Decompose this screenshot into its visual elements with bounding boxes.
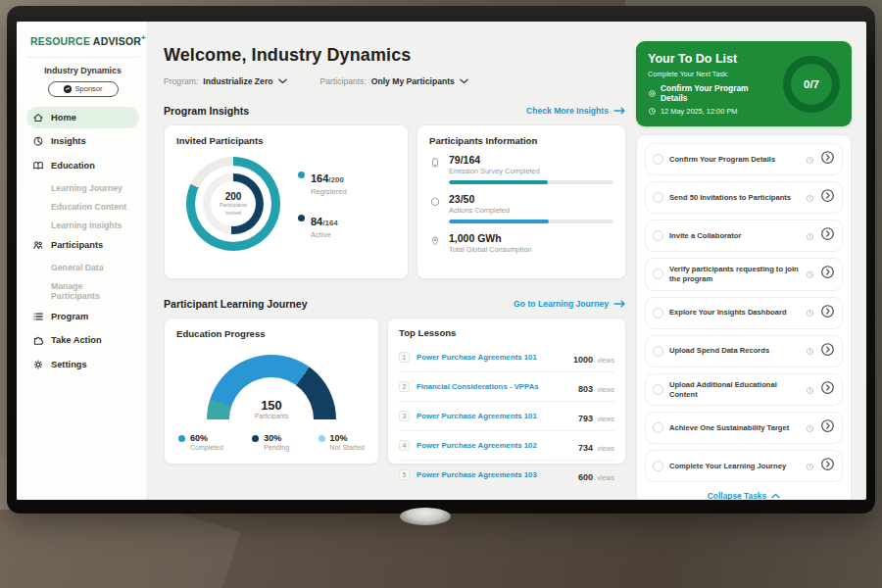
learning-cards-row: Education Progress 150 Participants 60%C… <box>164 318 626 465</box>
legend-dot-navy <box>252 435 259 442</box>
task-timer-icon <box>806 458 814 475</box>
insights-cards-row: Invited Participants 200 ParticipantsInv… <box>164 124 626 279</box>
task-checkbox[interactable] <box>653 308 663 318</box>
chevron-down-icon[interactable] <box>460 76 468 86</box>
filter-bar: Program: Industrialize Zero Participants… <box>164 76 626 86</box>
todo-task-send-invitations[interactable]: Send 50 Invitations to Participants <box>645 181 843 214</box>
task-timer-icon <box>806 381 814 399</box>
program-filter-label: Program: <box>164 76 198 86</box>
invited-participants-title: Invited Participants <box>176 135 396 146</box>
sponsor-icon <box>64 85 72 93</box>
todo-task-achieve-target[interactable]: Achieve One Sustainability Target <box>645 412 843 444</box>
lesson-link[interactable]: Financial Considerations - VPPAs <box>416 382 571 391</box>
lesson-views: 734 views <box>578 437 614 455</box>
task-checkbox[interactable] <box>653 269 663 279</box>
participants-information-title: Participants Information <box>429 135 613 146</box>
task-checkbox[interactable] <box>653 154 663 165</box>
task-checkbox[interactable] <box>653 192 663 203</box>
task-timer-icon <box>806 266 814 283</box>
sponsor-badge[interactable]: Sponsor <box>48 81 119 97</box>
task-chevron-button[interactable] <box>820 342 835 361</box>
task-chevron-button[interactable] <box>820 188 835 207</box>
task-checkbox[interactable] <box>653 346 663 357</box>
task-label: Achieve One Sustainability Target <box>669 423 800 433</box>
task-chevron-button[interactable] <box>820 380 835 399</box>
todo-due-date: 12 May 2025, 12:00 PM <box>648 107 775 116</box>
task-checkbox[interactable] <box>653 422 663 433</box>
sidebar-item-settings[interactable]: Settings <box>26 354 139 375</box>
todo-next-task-label: Confirm Your Program Details <box>661 83 775 103</box>
task-checkbox[interactable] <box>653 230 663 241</box>
sidebar-item-learning-journey[interactable]: Learning Journey <box>26 178 139 197</box>
legend-value: 84 <box>311 216 322 227</box>
sidebar-item-insights[interactable]: Insights <box>26 130 139 152</box>
check-more-insights-link[interactable]: Check More Insights <box>526 106 626 116</box>
info-rows: 79/164 Emission Survey Completed 23/50 A… <box>429 154 613 254</box>
lesson-rank: 1 <box>399 352 410 363</box>
link-label: Check More Insights <box>526 106 609 116</box>
program-filter[interactable]: Program: Industrialize Zero <box>164 76 287 86</box>
sidebar-item-education-content[interactable]: Education Content <box>26 197 139 216</box>
task-chevron-button[interactable] <box>820 226 835 245</box>
invited-donut-chart: 200 ParticipantsInvited <box>186 157 280 251</box>
sidebar-item-participants[interactable]: Participants <box>26 234 139 256</box>
todo-task-verify-participants[interactable]: Verify participants requesting to join t… <box>645 258 843 291</box>
task-checkbox[interactable] <box>653 384 663 395</box>
chevron-down-icon[interactable] <box>278 76 287 86</box>
todo-task-complete-learning-journey[interactable]: Complete Your Learning Journey <box>645 450 843 482</box>
sidebar-item-take-action[interactable]: Take Action <box>26 329 139 351</box>
task-chevron-button[interactable] <box>820 418 835 437</box>
collapse-tasks-link[interactable]: Collapse Tasks <box>645 488 843 500</box>
task-checkbox[interactable] <box>653 461 663 471</box>
legend-completed: 60%Completed <box>178 433 223 451</box>
lesson-link[interactable]: Power Purchase Agreements 103 <box>416 470 571 479</box>
todo-task-explore-insights[interactable]: Explore Your Insights Dashboard <box>645 297 843 329</box>
participants-information-card: Participants Information 79/164 Emission… <box>416 124 626 279</box>
todo-hero-card: Your To Do List Complete Your Next Task:… <box>636 41 852 126</box>
sidebar-item-label: Home <box>51 113 76 122</box>
program-insights-title: Program Insights <box>164 105 249 117</box>
lesson-link[interactable]: Power Purchase Agreements 102 <box>416 441 571 450</box>
progress-fill <box>449 180 548 184</box>
collapse-tasks-label: Collapse Tasks <box>708 491 766 500</box>
sidebar-item-label: Take Action <box>51 335 102 345</box>
sidebar-item-label: Insights <box>51 136 86 146</box>
sidebar-item-education[interactable]: Education <box>26 155 139 176</box>
sidebar-item-label: Program <box>51 312 88 321</box>
sidebar-item-manage-participants[interactable]: Manage Participants <box>26 277 139 306</box>
info-label: Emission Survey Completed <box>449 167 613 175</box>
todo-next-task[interactable]: Confirm Your Program Details <box>648 83 775 103</box>
legend-registered: 164/200 Registered <box>298 169 347 196</box>
task-label: Invite a Collaborator <box>669 231 800 241</box>
progress-fill <box>449 220 549 223</box>
sidebar-item-home[interactable]: Home <box>26 107 139 128</box>
pin-icon <box>429 232 445 254</box>
info-value: 1,000 GWh <box>449 232 613 244</box>
participants-filter-value: Only My Participants <box>371 76 455 86</box>
donut-legend: 164/200 Registered 84/164 Active <box>298 169 347 239</box>
todo-task-upload-spend-data[interactable]: Upload Spend Data Records <box>645 335 843 368</box>
go-to-learning-journey-link[interactable]: Go to Learning Journey <box>514 299 626 309</box>
task-chevron-button[interactable] <box>820 265 835 283</box>
education-book-icon <box>32 160 44 172</box>
app-logo[interactable]: RESOURCE ADVISOR+ <box>26 33 139 47</box>
todo-task-invite-collaborator[interactable]: Invite a Collaborator <box>645 220 843 252</box>
sidebar-item-general-data[interactable]: General Data <box>26 259 139 277</box>
logo-plus: + <box>141 33 146 42</box>
participants-filter[interactable]: Participants: Only My Participants <box>320 76 468 86</box>
donut-center-value: 200 <box>225 191 242 202</box>
lesson-link[interactable]: Power Purchase Agreements 101 <box>416 353 566 362</box>
sidebar-item-program[interactable]: Program <box>26 306 139 327</box>
task-chevron-button[interactable] <box>820 150 835 169</box>
sidebar-item-learning-insights[interactable]: Learning Insights <box>26 216 139 234</box>
gauge-legend: 60%Completed 30%Pending 10%Not Started <box>176 433 367 451</box>
task-chevron-button[interactable] <box>820 457 835 475</box>
task-label: Verify participants requesting to join t… <box>669 265 800 284</box>
lesson-link[interactable]: Power Purchase Agreements 101 <box>416 412 571 420</box>
todo-task-confirm-details[interactable]: Confirm Your Program Details <box>645 143 843 175</box>
task-chevron-button[interactable] <box>820 304 835 322</box>
todo-task-upload-educational-content[interactable]: Upload Additional Educational Content <box>645 373 843 407</box>
gauge-center: 150 Participants <box>207 398 336 419</box>
take-action-puzzle-icon <box>32 334 44 346</box>
todo-column: Your To Do List Complete Your Next Task:… <box>636 22 852 500</box>
